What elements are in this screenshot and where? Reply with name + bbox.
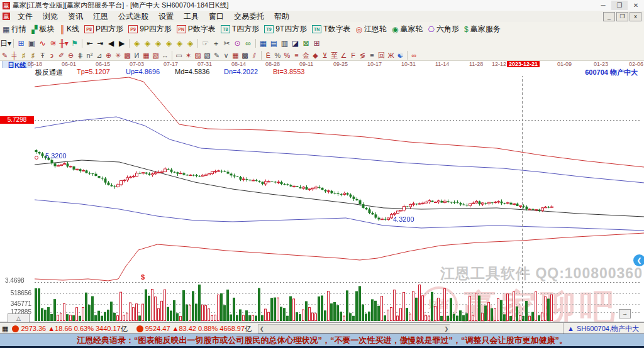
notes-icon[interactable]: ▥ — [279, 38, 290, 48]
infinity-icon[interactable]: ∞ — [409, 52, 419, 60]
box-select-icon[interactable]: ▭ — [174, 52, 184, 60]
cut-tool-icon[interactable]: ✂ — [221, 38, 232, 48]
diamond-up-icon[interactable]: ◈ — [174, 38, 185, 48]
menu-item-帮助[interactable]: 帮助 — [269, 12, 294, 21]
grid-fine-icon[interactable]: ▦ — [231, 52, 240, 60]
step-forward-icon[interactable]: ▶ — [116, 38, 127, 48]
transfer-icon[interactable]: ⊞ — [311, 38, 322, 48]
menu-item-浏览[interactable]: 浏览 — [38, 12, 63, 21]
diamond-left-icon[interactable]: ◈ — [131, 38, 142, 48]
gann-slope-icon[interactable]: ✐ — [57, 52, 66, 60]
gann-spiral-icon[interactable]: ϶ — [47, 52, 57, 60]
menu-item-窗口[interactable]: 窗口 — [204, 12, 229, 21]
trend-curve2-icon[interactable]: ≋ — [48, 38, 58, 48]
gann-grid-icon[interactable]: ▦ — [142, 52, 151, 60]
overview-tool-icon[interactable]: ∞ — [243, 38, 253, 48]
mdi-restore-icon[interactable]: ❐ — [616, 12, 628, 21]
mdi-minimize-icon[interactable]: _ — [603, 12, 615, 21]
expand-horizontal-icon[interactable]: ↔ — [160, 52, 170, 60]
one-diamond-icon[interactable]: ◆ — [311, 52, 320, 60]
gann-hatch-icon[interactable]: ⋕ — [75, 52, 85, 60]
jump-last-icon[interactable]: ⇥ — [95, 38, 106, 48]
current-stock-status[interactable]: ▲ SH600704,物产中大 — [563, 323, 644, 334]
gann-burst-icon[interactable]: ✳ — [113, 52, 123, 60]
period-day-dropdown-icon[interactable]: 日▾ — [0, 38, 11, 48]
candle-style-dropdown-icon[interactable]: ╫▾ — [58, 38, 69, 48]
kline-button[interactable]: ║K线 — [60, 24, 80, 35]
gann-pen-icon[interactable]: ✎ — [0, 52, 9, 60]
maximize-icon[interactable]: ❐ — [611, 1, 628, 10]
steps-icon[interactable]: ≡ — [367, 52, 377, 60]
jump-first-icon[interactable]: ⇤ — [84, 38, 95, 48]
p9-square-button[interactable]: P99P四方形 — [128, 24, 172, 35]
gann-wheel-button[interactable]: ◎江恩轮 — [356, 24, 387, 35]
grid-dark-icon[interactable]: ▧ — [203, 52, 212, 60]
winner-service-button[interactable]: $赢家服务 — [464, 24, 501, 35]
gann-t-tool-icon[interactable]: Ŧ — [38, 52, 47, 60]
diamond-right-icon[interactable]: ◈ — [142, 38, 153, 48]
fan-lines-icon[interactable]: ⫽ — [250, 52, 259, 60]
percent-icon[interactable]: % — [273, 52, 282, 60]
menu-item-公式选股[interactable]: 公式选股 — [113, 12, 153, 21]
szse-index-quote[interactable]: 9524.47 ▲83.42 0.88% 4668.97亿 — [145, 324, 252, 334]
n-square-icon[interactable]: n² — [85, 52, 94, 60]
f-levels-icon[interactable]: F — [348, 52, 358, 60]
angle-tool-icon[interactable]: ⊿ — [94, 52, 104, 60]
grid-red-icon[interactable]: ▨ — [193, 52, 203, 60]
gann-target-icon[interactable]: ⊕ — [104, 52, 113, 60]
winner-wheel-button[interactable]: ◉赢家轮 — [392, 24, 423, 35]
info-panel-icon[interactable]: ▣ — [26, 38, 37, 48]
grid-quote-icon[interactable]: ▦ — [2, 325, 8, 333]
gold-section-icon[interactable]: 金 — [301, 52, 311, 60]
diamond-compress-icon[interactable]: ◈ — [164, 38, 174, 48]
crosshair-tool-icon[interactable]: ＋ — [211, 38, 221, 48]
t9-square-button[interactable]: T99T四方形 — [264, 24, 307, 35]
t-square-button[interactable]: T8T四方形 — [221, 24, 259, 35]
gann-box-icon[interactable]: 回 — [377, 52, 386, 60]
gold-fan-icon[interactable]: ≶ — [358, 52, 367, 60]
gann-grid2-icon[interactable]: ▧ — [151, 52, 160, 60]
gann-square-set2-icon[interactable]: ♯ — [28, 52, 38, 60]
step-back-icon[interactable]: ◀ — [106, 38, 116, 48]
gann-circle-icon[interactable]: ⊖ — [66, 52, 75, 60]
menu-item-设置[interactable]: 设置 — [153, 12, 179, 21]
yinyang-icon[interactable]: ☯ — [396, 52, 405, 60]
trend-curve-icon[interactable]: ∿ — [37, 38, 48, 48]
window-layout-icon[interactable]: ⊞ — [16, 38, 26, 48]
calendar-icon[interactable]: ▦ — [258, 38, 269, 48]
scroll-right-icon[interactable]: ❯ — [444, 326, 448, 332]
menu-item-文件[interactable]: 文件 — [13, 12, 38, 21]
mdi-close-icon[interactable]: x — [630, 12, 641, 21]
menu-item-资讯[interactable]: 资讯 — [63, 12, 88, 21]
p-number-table-button[interactable]: PNP数字表 — [177, 24, 216, 35]
scroll-left-icon[interactable]: ❮ — [260, 326, 264, 332]
panel-expand-button[interactable]: ❮ — [633, 254, 644, 266]
export-icon[interactable]: ⊠ — [301, 38, 311, 48]
menu-item-交易委托[interactable]: 交易委托 — [229, 12, 269, 21]
horizontal-scrollbar[interactable]: ❮ ❯ — [258, 324, 450, 334]
hexagon-button[interactable]: ⎔六角形 — [428, 24, 459, 35]
menu-item-工具[interactable]: 工具 — [179, 12, 204, 21]
sector-button[interactable]: ▞板块 — [31, 24, 54, 35]
n-wave-icon[interactable]: И — [132, 52, 142, 60]
zigzag-icon[interactable]: ∨ — [221, 52, 231, 60]
save-icon[interactable]: ◪ — [290, 38, 301, 48]
percent-levels-icon[interactable]: % — [282, 52, 292, 60]
volume-scroll-right-button[interactable]: → — [619, 309, 631, 318]
sse-index-quote[interactable]: 2973.36 ▲18.66 0.63% 3440.17亿 — [21, 324, 127, 334]
e-levels-icon[interactable]: Ē — [264, 52, 273, 60]
angle-up-icon[interactable]: ∠ — [339, 52, 348, 60]
p-square-button[interactable]: P8P四方形 — [84, 24, 123, 35]
ray-fan-icon[interactable]: ✶ — [184, 52, 193, 60]
diamond-expand-icon[interactable]: ◈ — [153, 38, 164, 48]
three-lines-icon[interactable]: ≡ — [292, 52, 301, 60]
split-tool-icon[interactable]: ⊻ — [320, 52, 330, 60]
minimize-icon[interactable]: ─ — [595, 1, 611, 10]
zhi-levels-icon[interactable]: 至 — [330, 52, 339, 60]
wave-cross-icon[interactable]: Ж — [386, 52, 396, 60]
chart-flag-icon[interactable]: ⚑ — [69, 38, 80, 48]
t-number-table-button[interactable]: TNT数字表 — [312, 24, 350, 35]
calculator-icon[interactable]: ▤ — [269, 38, 279, 48]
zoom-tool-icon[interactable]: ⊙ — [232, 38, 243, 48]
market-quote-button[interactable]: ▦行情 — [3, 24, 26, 35]
